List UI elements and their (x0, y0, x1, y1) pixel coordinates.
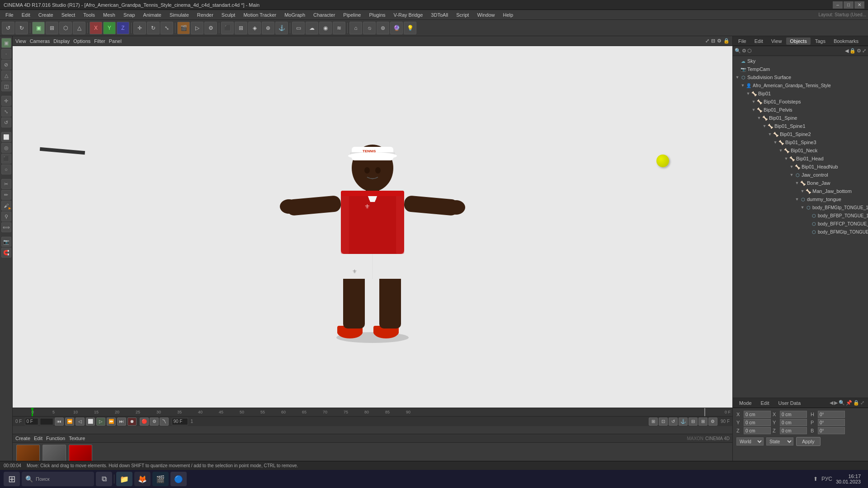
display-menu[interactable]: Display (53, 38, 70, 44)
expand-footsteps[interactable]: ▼ (751, 99, 756, 104)
view-expand-icon[interactable]: ⤢ (705, 38, 709, 44)
mirror-btn[interactable]: ⟺ (1, 222, 11, 232)
menu-tools[interactable]: Tools (80, 11, 99, 19)
menu-help[interactable]: Help (500, 11, 517, 19)
polygon-mode-button[interactable]: △ (73, 22, 85, 34)
expand-tongue-bffcp[interactable] (805, 221, 811, 226)
expand-jaw-control[interactable]: ▼ (789, 172, 794, 178)
viewport[interactable]: ⚜ ⚜ (13, 46, 732, 408)
menu-edit[interactable]: Edit (18, 11, 34, 19)
state-select[interactable]: State (766, 437, 793, 446)
magnet-btn[interactable]: ⚲ (1, 211, 11, 221)
timeline-fit-btn[interactable]: ⊡ (659, 418, 668, 426)
attr-search-btn[interactable]: 🔍 (839, 400, 845, 406)
sky-btn[interactable]: ☁ (306, 22, 318, 34)
move-btn[interactable]: ✛ (1, 96, 11, 106)
rotate-btn[interactable]: ↺ (1, 117, 11, 127)
play-fast-button[interactable]: ⏩ (107, 418, 116, 426)
menu-vray[interactable]: V-Ray Bridge (390, 11, 427, 19)
connect-btn[interactable]: ⚓ (275, 22, 288, 34)
y-axis-button[interactable]: Y (103, 22, 116, 34)
deformer4[interactable]: 🔮 (390, 22, 403, 34)
tab-bookmarks[interactable]: Bookmarks (830, 38, 862, 45)
tree-item-tongue1[interactable]: ▼ ⬡ body_BFMGtp_TONGUE_1 (733, 203, 868, 211)
timeline-loop-btn[interactable]: ↺ (669, 418, 678, 426)
start-frame-input[interactable] (25, 418, 38, 425)
timeline-mode-btn[interactable]: ⚓ (679, 418, 688, 426)
last-frame-button[interactable]: ⏭ (117, 418, 126, 426)
tree-item-sky[interactable]: ☁ Sky (733, 57, 868, 65)
filter-menu[interactable]: Filter (94, 38, 105, 44)
keyframe-btn[interactable]: 🔴 (140, 418, 149, 426)
live-select-btn[interactable]: ◎ (1, 143, 11, 153)
move-tool[interactable]: ✛ (133, 22, 146, 34)
menu-select[interactable]: Select (58, 11, 79, 19)
menu-simulate[interactable]: Simulate (166, 11, 193, 19)
view-lock-icon[interactable]: 🔒 (723, 38, 730, 44)
timeline-step-btn[interactable]: ⊟ (689, 418, 698, 426)
timeline-zoom-btn[interactable]: ⊞ (649, 418, 658, 426)
undo-button[interactable]: ↺ (2, 22, 14, 34)
attr-pin-btn[interactable]: 📌 (846, 400, 852, 406)
tree-item-character[interactable]: ▼ 👤 Afro_American_Grandpa_Tennis_Style (733, 81, 868, 89)
z-axis-button[interactable]: Z (117, 22, 129, 34)
y2-input[interactable] (780, 419, 807, 426)
loop-select-btn[interactable]: ○ (1, 164, 11, 174)
pen-btn[interactable]: ✏ (1, 190, 11, 200)
expand-head[interactable]: ▼ (783, 156, 789, 161)
cameras-menu[interactable]: Cameras (30, 38, 50, 44)
tree-item-spine[interactable]: ▼ 🦴 Bip01_Spine (733, 114, 868, 122)
expand-neck[interactable]: ▼ (778, 148, 783, 153)
z2-input[interactable] (780, 427, 807, 434)
rp-collapse-icon[interactable]: ◀ (845, 48, 849, 54)
expand-sky[interactable] (735, 58, 740, 64)
rp-expand-icon[interactable]: ⬡ (747, 48, 752, 54)
tree-item-tongue-bffcp[interactable]: ⬡ body_BFFCP_TONGUE_01 (733, 220, 868, 228)
expand-tongue-bfbp[interactable] (805, 213, 811, 218)
attr-edit-tab[interactable]: Edit (758, 399, 772, 407)
mat-create[interactable]: Create (15, 436, 30, 441)
bool-btn[interactable]: ⊕ (262, 22, 274, 34)
snap-btn[interactable]: 🧲 (1, 248, 11, 258)
expand-spine3[interactable]: ▼ (773, 140, 778, 145)
stop-button[interactable]: ⬜ (86, 418, 95, 426)
redo-button[interactable]: ↻ (15, 22, 28, 34)
menu-plugins[interactable]: Plugins (365, 11, 389, 19)
options-menu[interactable]: Options (73, 38, 90, 44)
knife-btn[interactable]: ✂ (1, 179, 11, 189)
tree-item-spine1[interactable]: ▼ 🦴 Bip01_Spine1 (733, 122, 868, 130)
expand-tongue1[interactable]: ▼ (800, 205, 805, 210)
b-input[interactable] (818, 427, 845, 434)
env-btn[interactable]: ◉ (319, 22, 332, 34)
taskbar-app4[interactable]: 🔵 (170, 472, 187, 486)
rp-search-icon[interactable]: 🔍 (735, 48, 741, 54)
rp-expand2-icon[interactable]: ⤢ (862, 48, 866, 54)
scale-tool[interactable]: ⤡ (160, 22, 173, 34)
poly-mode-btn[interactable]: △ (1, 70, 11, 80)
edge-mode-button[interactable]: ⬡ (59, 22, 72, 34)
y-input[interactable] (744, 419, 771, 426)
attr-expand-btn[interactable]: ⤢ (860, 400, 864, 406)
menu-render[interactable]: Render (193, 11, 217, 19)
menu-mograph[interactable]: MoGraph (281, 11, 309, 19)
x2-input[interactable] (780, 411, 807, 418)
rect-select-btn[interactable]: ⬛ (1, 154, 11, 164)
menu-motion-tracker[interactable]: Motion Tracker (240, 11, 280, 19)
edge-mode-btn[interactable]: ⊘ (1, 60, 11, 70)
x-axis-button[interactable]: X (90, 22, 102, 34)
menu-snap[interactable]: Snap (120, 11, 139, 19)
tab-objects[interactable]: Objects (786, 38, 810, 45)
model-mode-button[interactable]: ▣ (32, 22, 45, 34)
attr-fwd-btn[interactable]: ▶ (834, 400, 838, 406)
motion-key-btn[interactable]: 〽 (160, 418, 169, 426)
close-button[interactable]: ✕ (854, 1, 864, 9)
tree-item-neck[interactable]: ▼ 🦴 Bip01_Neck (733, 146, 868, 155)
view-split-icon[interactable]: ⊟ (711, 38, 715, 44)
x-input[interactable] (744, 411, 771, 418)
mat-function[interactable]: Function (46, 436, 65, 441)
tree-item-tempcam[interactable]: 📷 TempCam (733, 65, 868, 73)
tree-item-headnub[interactable]: ▼ 🦴 Bip01_HeadNub (733, 163, 868, 171)
expand-pelvis[interactable]: ▼ (751, 107, 756, 113)
expand-spine2[interactable]: ▼ (767, 131, 773, 137)
menu-sculpt[interactable]: Sculpt (218, 11, 239, 19)
